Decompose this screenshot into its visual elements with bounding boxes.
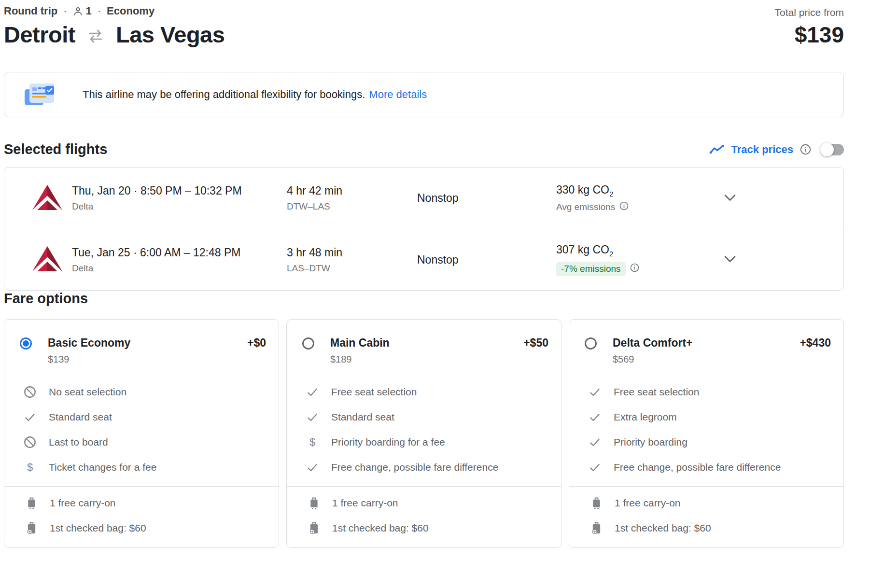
track-prices-control: Track prices <box>709 143 844 156</box>
baggage-text: 1st checked bag: $60 <box>50 522 146 534</box>
check-icon <box>305 461 320 474</box>
fare-name: Delta Comfort+ <box>613 336 693 350</box>
carry-on-icon <box>26 496 37 510</box>
baggage-row: 1 free carry-on <box>308 490 551 516</box>
flight-row-outbound[interactable]: Thu, Jan 20 · 8:50 PM – 10:32 PM Delta 4… <box>4 168 843 229</box>
info-icon[interactable] <box>800 144 811 155</box>
check-icon <box>588 386 602 398</box>
origin-city: Detroit <box>4 21 75 48</box>
feature-text: Free change, possible fare difference <box>331 462 498 473</box>
baggage-section: 1 free carry-on 1st checked bag: $60 <box>4 487 279 541</box>
track-prices-label[interactable]: Track prices <box>731 143 793 156</box>
feature-text: Last to board <box>49 436 108 448</box>
fare-card-basic-economy[interactable]: Basic Economy $139 +$0 No seat selection… <box>4 319 279 548</box>
info-icon[interactable] <box>619 201 629 213</box>
airline-logo-cell <box>4 246 72 273</box>
flight-stops: Nonstop <box>417 192 556 205</box>
baggage-text: 1st checked bag: $60 <box>332 522 429 534</box>
fare-title-block: Main Cabin $189 <box>330 336 390 365</box>
baggage-section: 1 free carry-on 1st checked bag: $60 <box>569 487 843 541</box>
feature-row: Standard seat <box>23 405 269 430</box>
flight-emissions-cell: 330 kg CO2 Avg emissions <box>556 183 720 213</box>
fare-features: No seat selection Standard seat Last to … <box>4 379 279 480</box>
feature-row: Extra legroom <box>588 405 834 430</box>
flight-datetime-cell: Tue, Jan 25 · 6:00 AM – 12:48 PM Delta <box>72 246 287 274</box>
checked-bag-icon <box>26 521 37 535</box>
separator-dot: · <box>98 5 101 17</box>
baggage-row: 1 free carry-on <box>26 490 269 516</box>
baggage-row: 1st checked bag: $60 <box>26 516 269 541</box>
cabin-class-label: Economy <box>107 5 154 17</box>
flight-row-return[interactable]: Tue, Jan 25 · 6:00 AM – 12:48 PM Delta 3… <box>4 229 843 290</box>
total-price-label: Total price from <box>774 7 844 18</box>
fare-features: Free seat selection Standard seat $ Prio… <box>287 379 561 480</box>
fare-card-header: Main Cabin $189 +$50 <box>287 336 561 365</box>
fare-card-delta-comfort-plus[interactable]: Delta Comfort+ $569 +$430 Free seat sele… <box>569 319 844 548</box>
route-title: Detroit Las Vegas <box>4 21 225 48</box>
flexibility-banner: This airline may be offering additional … <box>4 72 844 117</box>
check-icon <box>305 411 320 423</box>
flight-results-page: Round trip · 1 · Economy Total price fro… <box>4 5 844 548</box>
flight-stops: Nonstop <box>417 253 556 266</box>
fare-options-title: Fare options <box>4 291 844 307</box>
fare-name: Main Cabin <box>330 336 390 350</box>
radio-unselected-icon[interactable] <box>585 337 597 350</box>
feature-text: Free seat selection <box>331 386 417 398</box>
checked-bag-icon <box>308 521 320 535</box>
chevron-down-icon <box>723 194 737 203</box>
delta-logo-icon <box>32 265 62 273</box>
feature-row: Free change, possible fare difference <box>305 455 551 480</box>
fare-delta-price: +$50 <box>523 336 548 350</box>
feature-text: Standard seat <box>49 411 112 423</box>
feature-text: Standard seat <box>331 411 394 423</box>
radio-selected-icon[interactable] <box>20 337 32 350</box>
baggage-section: 1 free carry-on 1st checked bag: $60 <box>287 487 561 541</box>
feature-row: $ Priority boarding for a fee <box>305 430 551 455</box>
ban-icon <box>23 435 37 449</box>
feature-row: Free seat selection <box>588 379 834 405</box>
fare-name: Basic Economy <box>48 336 130 350</box>
feature-text: Priority boarding for a fee <box>331 436 445 448</box>
fare-title-block: Delta Comfort+ $569 <box>613 336 693 365</box>
more-details-link[interactable]: More details <box>369 88 427 100</box>
carry-on-icon <box>590 496 602 510</box>
baggage-text: 1 free carry-on <box>332 497 398 509</box>
flight-route: LAS–DTW <box>287 263 417 274</box>
airline-name: Delta <box>72 263 287 274</box>
fare-price: $189 <box>330 354 390 365</box>
feature-text: Extra legroom <box>614 411 677 423</box>
track-prices-toggle[interactable] <box>822 144 844 155</box>
expand-flight-button[interactable] <box>720 252 740 267</box>
baggage-text: 1 free carry-on <box>615 497 681 509</box>
info-icon[interactable] <box>630 263 639 275</box>
total-price-value: $139 <box>795 22 844 48</box>
dollar-icon: $ <box>305 436 320 448</box>
feature-text: Free change, possible fare difference <box>614 462 781 473</box>
expand-flight-button[interactable] <box>720 191 740 206</box>
radio-unselected-icon[interactable] <box>302 337 314 350</box>
flexibility-doc-icon <box>24 81 56 108</box>
baggage-text: 1st checked bag: $60 <box>615 522 711 534</box>
fare-card-main-cabin[interactable]: Main Cabin $189 +$50 Free seat selection… <box>286 319 561 548</box>
carry-on-icon <box>308 496 320 510</box>
fare-price: $569 <box>613 354 693 365</box>
feature-text: Free seat selection <box>614 386 699 398</box>
banner-message-text: This airline may be offering additional … <box>83 88 365 100</box>
dollar-icon: $ <box>23 461 37 474</box>
airline-name: Delta <box>72 201 287 212</box>
feature-text: No seat selection <box>49 386 126 398</box>
flight-emissions-cell: 307 kg CO2 -7% emissions <box>556 243 720 276</box>
baggage-text: 1 free carry-on <box>50 497 116 509</box>
feature-text: Priority boarding <box>614 436 688 448</box>
banner-message: This airline may be offering additional … <box>83 88 427 101</box>
passenger-count: 1 <box>73 5 92 17</box>
flight-datetime: Tue, Jan 25 · 6:00 AM – 12:48 PM <box>72 246 287 259</box>
flight-duration: 4 hr 42 min <box>287 184 417 197</box>
baggage-row: 1st checked bag: $60 <box>308 516 551 541</box>
baggage-row: 1 free carry-on <box>590 490 834 516</box>
passenger-count-value: 1 <box>86 5 92 17</box>
baggage-row: 1st checked bag: $60 <box>590 516 834 541</box>
flight-duration: 3 hr 48 min <box>287 246 417 259</box>
fare-card-header: Delta Comfort+ $569 +$430 <box>569 336 843 365</box>
selected-flights-list: Thu, Jan 20 · 8:50 PM – 10:32 PM Delta 4… <box>4 167 844 291</box>
